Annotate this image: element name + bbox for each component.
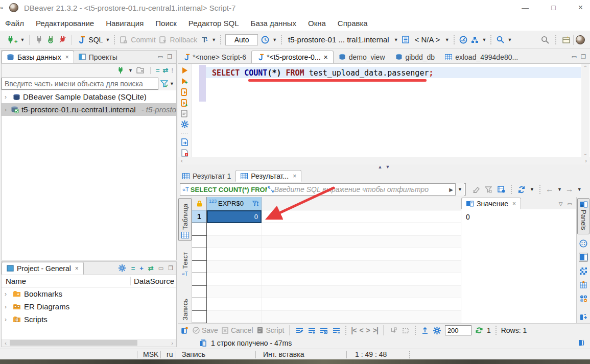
pin-panel-icon[interactable] — [180, 326, 189, 335]
execute-statement-icon[interactable] — [180, 66, 190, 75]
custom-filter-icon[interactable] — [497, 185, 506, 194]
perspective-icon[interactable] — [562, 35, 571, 44]
grid-column-header-expr0[interactable]: 123 EXPR$0 — [207, 197, 262, 210]
tab-project-general[interactable]: Project - General × — [2, 262, 84, 275]
menu-sql-editor[interactable]: Редактор SQL — [188, 19, 239, 28]
new-connection-icon[interactable] — [116, 66, 125, 75]
expand-all-icon[interactable]: + — [139, 264, 144, 272]
row-1-cell-expr0-selected[interactable]: 0 — [207, 210, 262, 223]
presentation-tab-grid[interactable]: Таблица — [178, 198, 192, 241]
new-folder-icon[interactable] — [136, 66, 145, 75]
connection-selector[interactable]: t5-prostore-01 ... tral1.internal — [286, 35, 391, 44]
tab-projects[interactable]: Проекты — [74, 51, 122, 63]
grid-empty-row[interactable] — [192, 286, 461, 299]
splitter-down-icon[interactable]: ▼ — [386, 164, 390, 169]
reconnect-icon[interactable] — [46, 35, 55, 44]
execute-script-icon[interactable] — [180, 88, 190, 96]
menu-help[interactable]: Справка — [338, 19, 368, 28]
value-viewer-toggle-icon[interactable] — [579, 253, 588, 262]
grid-empty-row[interactable] — [192, 311, 461, 324]
sql-statement[interactable]: SELECT COUNT(*) FROM test_upload_data.pa… — [212, 68, 434, 78]
editor-horizontal-scrollbar[interactable]: ‹ › — [178, 157, 590, 164]
grid-empty-row[interactable] — [192, 261, 461, 274]
caret-position-indicator[interactable]: 1 : 49 : 48 — [350, 349, 392, 359]
project-horizontal-scrollbar[interactable]: ‹ › — [2, 339, 176, 347]
expand-chevron-icon[interactable]: › — [5, 106, 8, 113]
menu-edit[interactable]: Редактирование — [36, 19, 94, 28]
tab-close-icon[interactable]: × — [65, 54, 69, 61]
execute-script-new-tab-icon[interactable] — [180, 99, 190, 107]
tree-item-scripts[interactable]: › Scripts — [2, 313, 176, 326]
add-row-icon[interactable] — [307, 326, 316, 335]
collapse-all-icon[interactable]: = — [156, 66, 160, 74]
filter-apply-icon[interactable]: ▶ — [449, 187, 453, 192]
grid-empty-row[interactable] — [192, 298, 461, 311]
maximize-button[interactable]: □ — [551, 4, 555, 12]
filter-expression-input[interactable] — [274, 185, 449, 193]
grid-corner-cell[interactable] — [192, 197, 207, 210]
project-settings-gear-icon[interactable] — [117, 263, 127, 273]
menu-window[interactable]: Окна — [308, 19, 326, 28]
search-dropdown-icon[interactable]: ▼ — [507, 37, 512, 42]
panel-minimize-icon[interactable]: ▭ — [568, 201, 572, 207]
network-topology-icon[interactable] — [470, 35, 480, 44]
row-1-number[interactable]: 1 — [192, 210, 207, 223]
filter-query-reference[interactable]: SELECT COUNT(*) FROM te — [191, 186, 267, 193]
tree-item-t5-prostore[interactable]: › t5-prostore-01.ru-central1.internal - … — [2, 103, 176, 116]
close-button[interactable]: × — [578, 3, 583, 12]
tab-close-icon[interactable]: × — [75, 265, 79, 272]
grid-empty-row[interactable] — [192, 236, 461, 249]
grid-settings-gear-icon[interactable] — [433, 326, 442, 335]
transaction-log-icon[interactable] — [261, 35, 270, 44]
filter-dropdown-icon[interactable]: ▼ — [170, 81, 174, 86]
connection-dropdown-icon[interactable]: ▼ — [394, 37, 398, 42]
grid-empty-row[interactable] — [192, 273, 461, 286]
expand-filter-icon[interactable] — [267, 186, 274, 192]
maximize-editor-icon[interactable]: ❒ — [581, 54, 586, 60]
column-filter-sort-icon[interactable] — [252, 200, 259, 207]
scrollbar-thumb[interactable] — [10, 340, 137, 346]
transaction-mode-icon[interactable] — [200, 35, 209, 44]
scroll-right-icon[interactable]: › — [585, 157, 587, 164]
presentation-tab-text[interactable]: Текст «T — [178, 245, 192, 279]
tree-item-sample-database[interactable]: › DBeaver Sample Database (SQLite) — [2, 90, 176, 103]
tab-close-icon[interactable]: × — [293, 173, 296, 180]
explain-plan-icon[interactable] — [180, 109, 190, 118]
search-icon[interactable] — [540, 35, 550, 44]
column-name[interactable]: Name — [2, 277, 130, 285]
maximize-view-icon[interactable]: ❒ — [168, 265, 173, 272]
expand-chevron-icon[interactable]: › — [5, 93, 10, 101]
scroll-up-icon[interactable]: ⌃ — [583, 65, 587, 70]
tab-close-icon[interactable]: × — [512, 200, 516, 207]
tab-script-7[interactable]: *<t5-prostore-0... × — [251, 51, 334, 63]
transaction-dropdown-icon[interactable]: ▼ — [211, 37, 216, 42]
refresh-dropdown-icon[interactable]: ▼ — [530, 187, 534, 192]
sql-editor-dropdown-icon[interactable]: ▼ — [105, 37, 110, 42]
tree-item-bookmarks[interactable]: › Bookmarks — [2, 287, 176, 300]
export-result-icon[interactable] — [180, 138, 190, 147]
grid-empty-row[interactable] — [192, 223, 461, 236]
dashboard-icon[interactable] — [459, 35, 468, 44]
collapse-all-icon[interactable]: = — [131, 264, 135, 272]
schema-selector[interactable]: < N/A > — [413, 35, 442, 44]
link-with-editor-icon[interactable]: ⇄ — [148, 264, 154, 272]
filter-funnel-icon[interactable] — [158, 79, 170, 88]
metadata-panel-icon[interactable] — [579, 266, 588, 276]
sql-editor-icon[interactable] — [77, 35, 86, 44]
output-panel-icon[interactable] — [577, 338, 586, 348]
scroll-down-icon[interactable]: ⌄ — [583, 151, 587, 156]
disconnect-all-icon[interactable] — [58, 35, 67, 44]
minimize-editor-icon[interactable]: ▭ — [572, 54, 577, 60]
grouping-panel-icon[interactable] — [579, 239, 588, 248]
connect-dropdown-icon[interactable]: ▼ — [20, 37, 25, 42]
duplicate-row-icon[interactable] — [319, 326, 328, 335]
link-with-editor-icon[interactable]: ⇄ — [162, 66, 168, 74]
minimize-button[interactable]: — — [522, 4, 529, 12]
editor-vertical-scrollbar[interactable]: ⌃ ⌄ — [581, 64, 589, 157]
sql-editor-body[interactable]: + ···· SELECT COUNT(*) FROM test_upload_… — [178, 63, 590, 157]
export-grid-icon[interactable] — [420, 326, 430, 335]
delete-row-icon[interactable] — [332, 326, 341, 335]
expand-chevron-icon[interactable]: › — [5, 316, 10, 323]
presentation-tab-record[interactable]: Запись — [178, 283, 192, 323]
metadata-search-icon[interactable] — [495, 35, 505, 44]
